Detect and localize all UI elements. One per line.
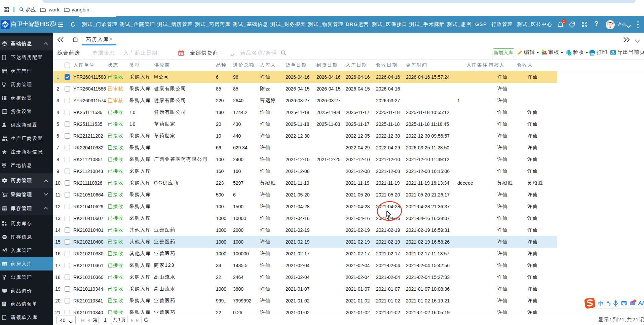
svg-text:17: 17	[180, 53, 183, 55]
